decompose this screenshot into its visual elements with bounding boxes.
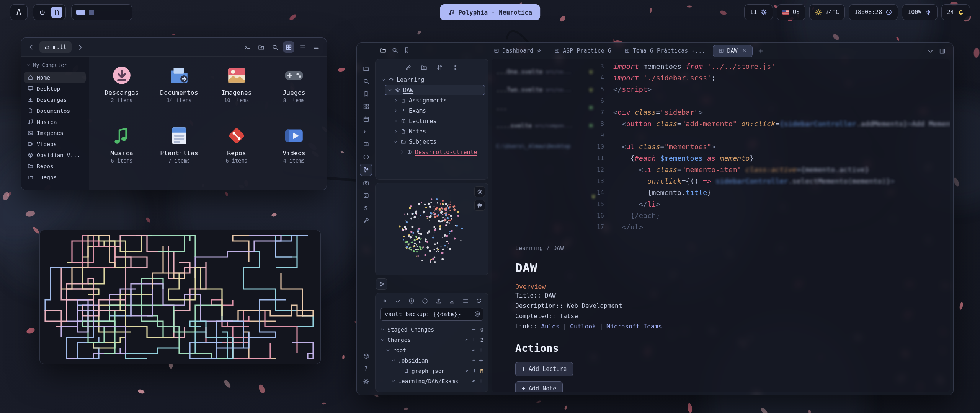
new-folder-icon[interactable] [421, 64, 427, 71]
ribbon-reading-button[interactable] [360, 138, 372, 150]
git-chevron-icon[interactable] [380, 327, 385, 332]
editor-pane[interactable]: ...One.sveltesrc/co...U...Two.sveltesrc/… [492, 59, 950, 392]
git-row-obsidian[interactable]: .obsidian↶ [380, 355, 483, 366]
git-plus-icon[interactable] [479, 348, 483, 353]
fm-sidebar-item-desktop[interactable]: Desktop [24, 83, 86, 94]
tree-chevron-icon[interactable] [393, 129, 398, 133]
fm-terminal-button[interactable] [242, 41, 253, 53]
fm-search-button[interactable] [269, 41, 281, 53]
tab-dashboard[interactable]: Dashboard [488, 45, 547, 57]
git-push-icon[interactable] [436, 298, 442, 304]
apps-button[interactable] [51, 7, 62, 18]
tree-item-lectures[interactable]: Lectures [391, 116, 485, 126]
tree-item-exams[interactable]: !Exams [391, 106, 485, 116]
new-tab-button[interactable] [755, 45, 766, 57]
fm-sidebar-item-descargas[interactable]: Descargas [24, 94, 86, 105]
note-link-aules[interactable]: Aules [541, 323, 559, 330]
tree-chevron-icon[interactable] [393, 109, 398, 113]
media-widget[interactable]: Polyphia - Neurotica [440, 4, 540, 20]
folder-tile-videos[interactable]: Videos4 items [265, 122, 323, 164]
tree-item-daw[interactable]: DAW [385, 85, 485, 95]
git-plus-icon[interactable] [471, 337, 476, 342]
sidebar-tab-folder[interactable] [380, 47, 386, 55]
git-chevron-icon[interactable] [385, 348, 390, 352]
new-note-icon[interactable] [405, 64, 412, 71]
fm-list-button[interactable] [297, 41, 308, 53]
tree-item-desarrollo-cliente[interactable]: Desarrollo-Cliente [397, 147, 485, 157]
fm-sidebar-item-imagenes[interactable]: Imagenes [24, 127, 86, 138]
graph-settings-button[interactable] [474, 186, 485, 197]
git-row-changes[interactable]: Changes↶2 [380, 335, 483, 345]
graph-view[interactable] [376, 183, 488, 275]
breadcrumb[interactable]: matt [39, 41, 72, 53]
git-unstage-all-icon[interactable] [422, 298, 428, 304]
ribbon-canvas-button[interactable] [360, 101, 372, 112]
folder-tile-juegos[interactable]: Juegos8 items [265, 61, 323, 103]
fm-sidebar-item-home[interactable]: Home [24, 72, 86, 83]
fm-sidebar-item-videos[interactable]: Videos [24, 138, 86, 150]
git-commit-icon[interactable] [382, 298, 388, 304]
note-action-add-note[interactable]: + Add Note [515, 381, 563, 392]
folder-tile-descargas[interactable]: Descargas2 items [93, 61, 150, 103]
git-minus-icon[interactable] [471, 327, 476, 332]
ribbon-search-button[interactable] [360, 75, 372, 87]
tree-chevron-icon[interactable] [393, 98, 398, 102]
git-plus-icon[interactable] [479, 358, 483, 363]
git-refresh-icon[interactable] [476, 298, 482, 304]
ribbon-finance-button[interactable]: $ [360, 202, 372, 214]
ribbon-git-button[interactable] [360, 164, 372, 176]
graph-filters-button[interactable] [474, 200, 485, 211]
fm-menu-button[interactable] [310, 41, 322, 53]
workspace-indicator[interactable] [71, 4, 132, 20]
tray-keyboard-layout[interactable]: US [777, 4, 805, 20]
sidebar-tab-bookmark[interactable] [403, 47, 410, 55]
git-plus-icon[interactable] [472, 368, 477, 373]
folder-tile-imagenes[interactable]: Imagenes10 items [208, 61, 265, 103]
commit-message-input[interactable] [380, 308, 483, 321]
tree-chevron-icon[interactable] [399, 150, 404, 154]
tray-clock[interactable]: 18:08:28 [849, 4, 898, 20]
ribbon-tools-button[interactable] [360, 215, 372, 226]
tab-close-icon[interactable] [742, 48, 747, 53]
launcher-button[interactable]: Λ [10, 4, 28, 20]
ribbon-random-note-button[interactable] [360, 190, 372, 201]
fm-grid-button[interactable] [283, 41, 294, 53]
git-chevron-icon[interactable] [380, 338, 385, 342]
git-undo-icon[interactable]: ↶ [465, 337, 468, 342]
folder-tile-repos[interactable]: Repos6 items [208, 122, 265, 164]
fm-sidebar-item-documentos[interactable]: Documentos [24, 105, 86, 116]
fm-sidebar-item-musica[interactable]: Musica [24, 116, 86, 127]
tree-item-learning[interactable]: Learning [379, 75, 485, 85]
tab-tema-6-pr-cticas[interactable]: Tema 6 Prácticas -... [619, 45, 711, 57]
sort-order-icon[interactable] [436, 64, 443, 71]
tray-notifications[interactable]: 24 [941, 4, 970, 20]
tray-weather[interactable]: 24°C [809, 4, 845, 20]
ribbon-settings-button[interactable] [360, 376, 372, 387]
git-undo-icon[interactable]: ↶ [466, 368, 469, 373]
forward-button[interactable] [75, 42, 85, 52]
power-button[interactable] [36, 7, 48, 18]
git-row-learning-daw-exams[interactable]: Learning/DAW/Exams↶ [380, 376, 483, 386]
folder-tile-documentos[interactable]: Documentos14 items [150, 61, 208, 103]
git-undo-icon[interactable]: ↶ [472, 358, 475, 363]
fm-sidebar-item-juegos[interactable]: Juegos [24, 172, 86, 183]
git-commit-all-icon[interactable] [395, 298, 401, 304]
clear-commit-icon[interactable] [474, 311, 480, 317]
git-undo-icon[interactable]: ↶ [472, 379, 475, 384]
ribbon-snapshot-button[interactable] [360, 177, 372, 189]
git-change-list-icon[interactable] [462, 298, 469, 304]
git-plus-icon[interactable] [479, 379, 483, 384]
ribbon-help-button[interactable]: ? [360, 363, 372, 374]
ribbon-files-button[interactable] [360, 63, 372, 74]
git-stage-all-icon[interactable] [408, 298, 415, 304]
tab-list-icon[interactable] [927, 48, 934, 54]
tab-daw[interactable]: DAW [713, 45, 753, 57]
workspace-dot[interactable] [89, 10, 94, 15]
ribbon-code-view-button[interactable] [360, 151, 372, 163]
tree-chevron-icon[interactable] [393, 119, 398, 123]
fm-sidebar-item-obsidian-v[interactable]: Obsidian V... [24, 150, 86, 161]
ribbon-vault-switcher-button[interactable] [360, 350, 372, 362]
ribbon-daily-note-button[interactable] [360, 113, 372, 125]
git-pull-icon[interactable] [449, 298, 455, 304]
git-chevron-icon[interactable] [391, 358, 396, 363]
